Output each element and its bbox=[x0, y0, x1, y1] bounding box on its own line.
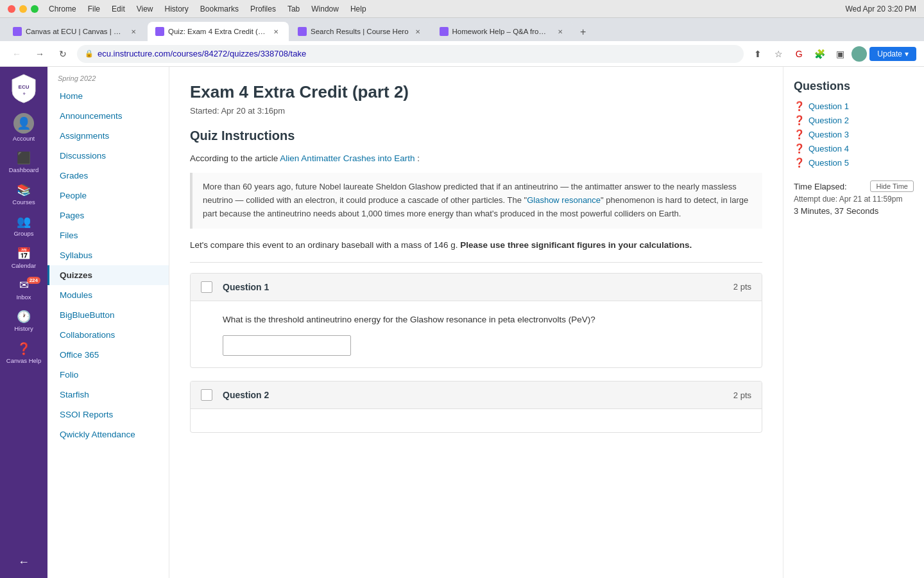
tab-hero[interactable]: Search Results | Course Hero ✕ bbox=[290, 22, 431, 41]
sidebar-item-account[interactable]: 👤 Account bbox=[2, 109, 46, 146]
courses-icon: 📚 bbox=[17, 183, 31, 197]
question-card-1: Question 1 2 pts What is the threshold a… bbox=[190, 273, 762, 369]
course-nav-home[interactable]: Home bbox=[47, 86, 169, 106]
course-nav-collaborations[interactable]: Collaborations bbox=[47, 325, 169, 345]
tab-close-hw[interactable]: ✕ bbox=[555, 26, 565, 37]
sidebar-item-calendar-label: Calendar bbox=[12, 262, 37, 269]
article-intro-text: According to the article bbox=[190, 153, 278, 163]
sidebar-item-canvas-help[interactable]: ❓ Canvas Help bbox=[2, 338, 46, 368]
glashow-link[interactable]: Glashow resonance bbox=[527, 195, 601, 205]
tab-title-hw: Homework Help – Q&A from O... bbox=[452, 28, 551, 35]
fullscreen-window-btn[interactable] bbox=[31, 5, 38, 13]
chrome-toolbar: ← → ↻ 🔒 ecu.instructure.com/courses/8427… bbox=[0, 41, 924, 67]
qp-q3-label: Question 3 bbox=[809, 130, 849, 139]
time-elapsed-label: Time Elapsed: bbox=[794, 182, 847, 191]
quiz-instructions-heading: Quiz Instructions bbox=[190, 128, 762, 143]
course-nav-qwickly[interactable]: Qwickly Attendance bbox=[47, 425, 169, 444]
groups-icon: 👥 bbox=[17, 215, 31, 229]
menu-tab[interactable]: Tab bbox=[287, 4, 300, 13]
course-nav-ssoi-reports[interactable]: SSOI Reports bbox=[47, 405, 169, 425]
sidebar-item-history[interactable]: 🕐 History bbox=[2, 306, 46, 336]
menu-history[interactable]: History bbox=[165, 4, 189, 13]
question-2-pts: 2 pts bbox=[733, 390, 751, 400]
ecu-shield-icon: ECU ⚜ bbox=[10, 73, 38, 104]
sidebar-item-inbox[interactable]: 224 ✉ Inbox bbox=[2, 274, 46, 304]
qp-q4-icon: ❓ bbox=[794, 143, 805, 153]
sidebar-item-courses[interactable]: 📚 Courses bbox=[2, 179, 46, 209]
mac-titlebar: Chrome File Edit View History Bookmarks … bbox=[0, 0, 924, 18]
course-nav-quizzes[interactable]: Quizzes bbox=[47, 265, 169, 285]
qp-link-q4[interactable]: ❓ Question 4 bbox=[794, 143, 914, 153]
back-button[interactable]: ← bbox=[8, 45, 26, 63]
tab-close-canvas[interactable]: ✕ bbox=[128, 26, 139, 37]
tab-favicon-canvas bbox=[13, 27, 22, 36]
course-nav-pages[interactable]: Pages bbox=[47, 206, 169, 225]
profile-icon[interactable] bbox=[851, 46, 867, 62]
menu-edit[interactable]: Edit bbox=[112, 4, 125, 13]
sidebar-item-groups[interactable]: 👥 Groups bbox=[2, 211, 46, 241]
mac-window-controls[interactable] bbox=[8, 5, 38, 13]
minimize-window-btn[interactable] bbox=[19, 5, 27, 13]
qp-link-q2[interactable]: ❓ Question 2 bbox=[794, 115, 914, 125]
tab-close-hero[interactable]: ✕ bbox=[413, 26, 423, 37]
forward-button[interactable]: → bbox=[31, 45, 49, 63]
tab-hw[interactable]: Homework Help – Q&A from O... ✕ bbox=[432, 22, 573, 41]
course-nav-files[interactable]: Files bbox=[47, 225, 169, 245]
bookmark-icon[interactable]: ☆ bbox=[769, 45, 787, 63]
qp-q1-label: Question 1 bbox=[809, 101, 849, 111]
course-nav-office365[interactable]: Office 365 bbox=[47, 345, 169, 365]
ssl-lock-icon: 🔒 bbox=[85, 49, 94, 58]
qp-q2-label: Question 2 bbox=[809, 116, 849, 125]
reload-button[interactable]: ↻ bbox=[54, 45, 72, 63]
sidebar-collapse-button[interactable]: ← bbox=[2, 552, 46, 573]
tab-canvas[interactable]: Canvas at ECU | Canvas | ECU ✕ bbox=[5, 22, 146, 41]
course-nav-folio[interactable]: Folio bbox=[47, 365, 169, 385]
qp-q1-icon: ❓ bbox=[794, 101, 805, 111]
course-nav-syllabus[interactable]: Syllabus bbox=[47, 245, 169, 265]
menu-view[interactable]: View bbox=[137, 4, 153, 13]
question-2-checkbox[interactable] bbox=[201, 389, 212, 401]
menu-chrome[interactable]: Chrome bbox=[49, 4, 76, 13]
course-nav-starfish[interactable]: Starfish bbox=[47, 385, 169, 405]
menu-bookmarks[interactable]: Bookmarks bbox=[200, 4, 239, 13]
split-view-icon[interactable]: ▣ bbox=[831, 45, 849, 63]
tab-close-quiz[interactable]: ✕ bbox=[271, 26, 281, 37]
article-colon: : bbox=[417, 153, 420, 163]
course-nav-modules[interactable]: Modules bbox=[47, 285, 169, 305]
grammarly-icon[interactable]: G bbox=[790, 45, 808, 63]
course-nav-discussions[interactable]: Discussions bbox=[47, 146, 169, 166]
address-bar[interactable]: 🔒 ecu.instructure.com/courses/84272/quiz… bbox=[77, 45, 744, 63]
qp-link-q5[interactable]: ❓ Question 5 bbox=[794, 157, 914, 168]
course-nav-grades[interactable]: Grades bbox=[47, 166, 169, 186]
share-icon[interactable]: ⬆ bbox=[749, 45, 767, 63]
hide-time-button[interactable]: Hide Time bbox=[870, 180, 914, 192]
time-elapsed-section: Time Elapsed: Hide Time Attempt due: Apr… bbox=[794, 180, 914, 216]
menu-file[interactable]: File bbox=[88, 4, 100, 13]
question-1-input[interactable] bbox=[223, 335, 351, 356]
qp-link-q3[interactable]: ❓ Question 3 bbox=[794, 129, 914, 139]
ecu-logo[interactable]: ECU ⚜ bbox=[7, 72, 40, 105]
sidebar-item-calendar[interactable]: 📅 Calendar bbox=[2, 243, 46, 273]
course-nav-people[interactable]: People bbox=[47, 186, 169, 206]
qp-link-q1[interactable]: ❓ Question 1 bbox=[794, 101, 914, 111]
mac-menu-bar[interactable]: Chrome File Edit View History Bookmarks … bbox=[49, 4, 366, 13]
article-link[interactable]: Alien Antimatter Crashes into Earth bbox=[280, 153, 415, 163]
menu-window[interactable]: Window bbox=[311, 4, 339, 13]
question-1-checkbox[interactable] bbox=[201, 281, 212, 293]
time-label-row: Time Elapsed: Hide Time bbox=[794, 180, 914, 192]
menu-profiles[interactable]: Profiles bbox=[250, 4, 276, 13]
close-window-btn[interactable] bbox=[8, 5, 15, 13]
sidebar-item-canvas-help-label: Canvas Help bbox=[6, 357, 41, 364]
question-1-title: Question 1 bbox=[223, 282, 733, 292]
course-nav-assignments[interactable]: Assignments bbox=[47, 126, 169, 146]
course-nav-announcements[interactable]: Announcements bbox=[47, 106, 169, 126]
course-nav-bigbluebutton[interactable]: BigBlueButton bbox=[47, 305, 169, 325]
update-button[interactable]: Update ▾ bbox=[869, 47, 916, 61]
sidebar-item-dashboard[interactable]: ⬛ Dashboard bbox=[2, 147, 46, 177]
compare-text: Let's compare this event to an ordinary … bbox=[190, 239, 762, 252]
menu-help[interactable]: Help bbox=[350, 4, 366, 13]
history-icon: 🕐 bbox=[17, 310, 31, 324]
extensions-icon[interactable]: 🧩 bbox=[810, 45, 828, 63]
new-tab-button[interactable]: + bbox=[574, 23, 592, 41]
tab-quiz[interactable]: Quiz: Exam 4 Extra Credit (par... ✕ bbox=[148, 22, 289, 41]
